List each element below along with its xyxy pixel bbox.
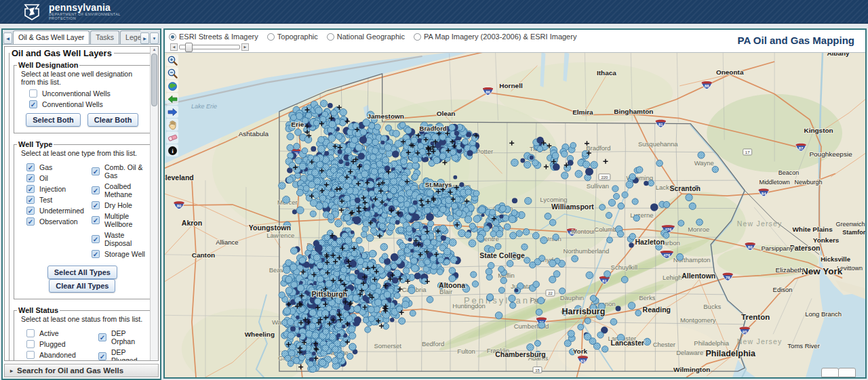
basemap-option-esri-streets-imagery[interactable]: ESRI Streets & Imagery — [169, 33, 258, 41]
radio-icon[interactable] — [169, 33, 176, 41]
map-canvas[interactable]: 8080808679818188878478769583476476221517… — [165, 52, 865, 377]
previous-extent-button[interactable] — [166, 93, 178, 105]
checkbox-row-abandoned[interactable]: Abandoned — [26, 351, 98, 359]
tab-menu-icon[interactable]: ▼ — [150, 33, 159, 44]
basemap-option-topographic[interactable]: Topographic — [267, 33, 318, 41]
tab-oil-gas-well-layer[interactable]: Oil & Gas Well Layer — [13, 30, 90, 44]
svg-text:81: 81 — [602, 279, 607, 283]
svg-text:Elizabeth: Elizabeth — [776, 266, 804, 274]
checkbox-active[interactable] — [26, 329, 35, 337]
clear-both-button[interactable]: Clear Both — [87, 113, 139, 127]
zoom-in-button[interactable] — [166, 54, 178, 66]
clear-all-types-button[interactable]: Clear All Types — [49, 279, 115, 293]
checkbox-conventional-wells[interactable]: ✓ — [29, 100, 37, 108]
checkbox-row-dry-hole[interactable]: ✓Dry Hole — [92, 201, 148, 209]
checkbox-unconventional-wells[interactable] — [29, 89, 37, 98]
checkbox-row-undetermined[interactable]: ✓Undetermined — [26, 207, 92, 215]
checkbox-row-plugged[interactable]: Plugged — [26, 340, 98, 348]
checkbox-undetermined[interactable]: ✓ — [26, 207, 35, 215]
checkbox-abandoned[interactable] — [26, 351, 35, 359]
scroll-up-icon[interactable]: ▲ — [151, 47, 158, 53]
scrollbar-thumb[interactable] — [151, 54, 157, 106]
corner-button-1[interactable] — [821, 368, 839, 377]
tab-legend[interactable]: Legend — [120, 30, 140, 44]
svg-text:84: 84 — [762, 192, 766, 196]
checkbox-storage-well[interactable]: ✓ — [92, 250, 100, 258]
svg-text:Dauphin: Dauphin — [560, 294, 584, 301]
radio-icon[interactable] — [327, 33, 334, 41]
eraser-button[interactable] — [166, 131, 178, 144]
tab-scroll-left-icon[interactable]: ◀ — [3, 33, 12, 44]
map-toolbar: i — [166, 54, 180, 157]
tab-scroll-right-icon[interactable]: ▶ — [140, 33, 149, 44]
well-designation-section: Well Designation Select at least one wel… — [14, 61, 151, 133]
basemap-option-national-geographic[interactable]: National Geographic — [327, 33, 405, 41]
checkbox-row-dep-plugged[interactable]: ✓DEP Plugged — [98, 348, 148, 361]
checkbox-gas[interactable]: ✓ — [26, 163, 35, 171]
well-status-section: Well Status Select at least one status f… — [14, 306, 151, 361]
checkbox-row-conventional-wells[interactable]: ✓Conventional Wells — [29, 100, 148, 108]
checkbox-row-coalbed-methane[interactable]: ✓Coalbed Methane — [92, 182, 148, 198]
checkbox-dep-orphan[interactable]: ✓ — [98, 333, 106, 341]
select-both-button[interactable]: Select Both — [26, 113, 81, 127]
slider-right-icon[interactable]: ▶ — [241, 43, 249, 51]
svg-text:Pittsburgh: Pittsburgh — [312, 291, 347, 299]
checkbox-row-injection[interactable]: ✓Injection — [26, 185, 92, 193]
map-topbar: ESRI Streets & ImageryTopographicNationa… — [165, 30, 865, 53]
checkbox-row-gas[interactable]: ✓Gas — [26, 163, 92, 171]
zoom-out-button[interactable] — [166, 67, 178, 79]
checkbox-coalbed-methane[interactable]: ✓ — [92, 186, 100, 194]
basemap-option-label: Topographic — [277, 33, 318, 41]
corner-button-2[interactable] — [838, 368, 856, 377]
svg-text:Scranton: Scranton — [670, 185, 701, 192]
basemap-opacity-slider[interactable]: ◀ ▶ — [170, 43, 249, 51]
search-section-header[interactable]: ▸ Search for Oil and Gas Wells — [4, 364, 159, 377]
checkbox-row-storage-well[interactable]: ✓Storage Well — [92, 250, 148, 258]
checkbox-label: Active — [39, 329, 59, 337]
checkbox-comb-oil-gas[interactable]: ✓ — [92, 167, 100, 175]
slider-thumb[interactable] — [185, 43, 193, 52]
checkbox-oil[interactable]: ✓ — [26, 174, 35, 182]
svg-text:Pennsylvania: Pennsylvania — [464, 295, 540, 305]
panel-scrollbar[interactable]: ▲ — [150, 47, 158, 360]
checkbox-test[interactable]: ✓ — [26, 196, 35, 204]
full-extent-button[interactable] — [166, 80, 178, 92]
basemap-option-pa-map-imagery-2003-2006-esri-imagery[interactable]: PA Map Imagery (2003-2006) & ESRI Imager… — [414, 33, 576, 41]
checkbox-label: DEP Orphan — [111, 329, 148, 345]
checkbox-row-multiple-wellbore[interactable]: ✓Multiple Wellbore — [92, 212, 148, 228]
checkbox-label: Storage Well — [104, 250, 145, 258]
identify-button[interactable]: i — [166, 144, 178, 156]
checkbox-row-observation[interactable]: ✓Observation — [26, 217, 92, 226]
checkbox-row-unconventional-wells[interactable]: Unconventional Wells — [29, 89, 148, 98]
checkbox-dry-hole[interactable]: ✓ — [92, 201, 100, 209]
app-header: pennsylvania DEPARTMENT OF ENVIRONMENTAL… — [0, 0, 868, 24]
pan-button[interactable] — [166, 119, 178, 131]
checkbox-row-dep-orphan[interactable]: ✓DEP Orphan — [98, 329, 148, 345]
checkbox-dep-plugged[interactable]: ✓ — [98, 352, 106, 360]
checkbox-plugged[interactable] — [26, 340, 35, 348]
checkbox-row-waste-disposal[interactable]: ✓Waste Disposal — [92, 231, 148, 247]
checkbox-row-comb-oil-gas[interactable]: ✓Comb. Oil & Gas — [92, 163, 148, 180]
checkbox-injection[interactable]: ✓ — [26, 185, 35, 193]
tab-tasks[interactable]: Tasks — [90, 30, 119, 44]
well-designation-legend: Well Designation — [17, 61, 79, 69]
svg-text:Lehigh: Lehigh — [663, 274, 682, 281]
checkbox-row-oil[interactable]: ✓Oil — [26, 174, 92, 182]
slider-left-icon[interactable]: ◀ — [170, 43, 178, 51]
checkbox-row-test[interactable]: ✓Test — [26, 196, 92, 204]
checkbox-multiple-wellbore[interactable]: ✓ — [92, 216, 100, 224]
select-all-types-button[interactable]: Select All Types — [47, 266, 117, 279]
svg-text:Monroe: Monroe — [688, 226, 709, 233]
well-type-checks-col2: ✓Comb. Oil & Gas✓Coalbed Methane✓Dry Hol… — [92, 161, 148, 261]
checkbox-row-active[interactable]: Active — [26, 329, 98, 337]
radio-icon[interactable] — [414, 33, 421, 41]
checkbox-observation[interactable]: ✓ — [26, 217, 35, 226]
slider-track[interactable] — [179, 45, 240, 49]
radio-icon[interactable] — [267, 33, 275, 41]
checkbox-label: Test — [39, 196, 52, 204]
svg-text:22: 22 — [548, 291, 553, 295]
next-extent-button[interactable] — [166, 106, 178, 118]
checkbox-waste-disposal[interactable]: ✓ — [92, 235, 100, 243]
map-corner-buttons — [822, 368, 856, 377]
svg-text:Allentown: Allentown — [682, 272, 715, 280]
